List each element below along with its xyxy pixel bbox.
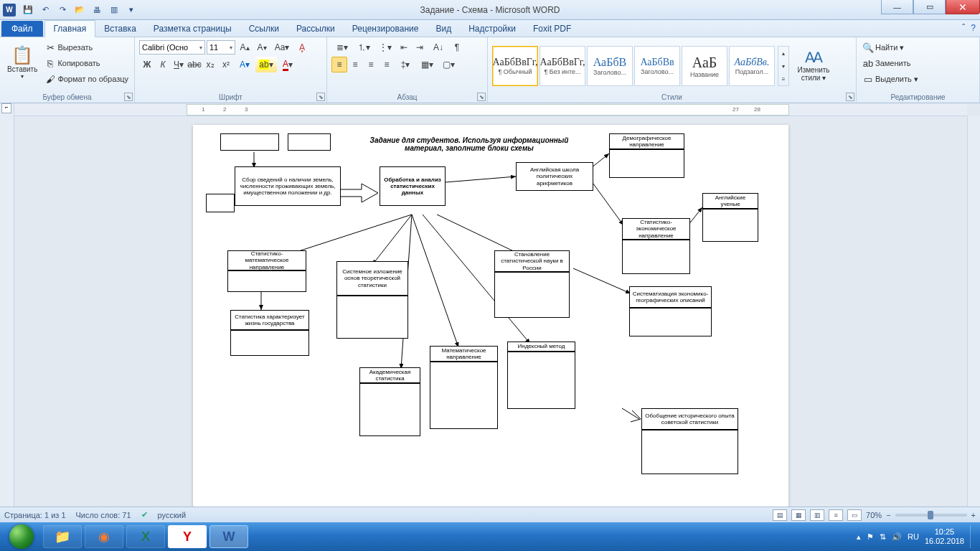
node-ang-school[interactable]: Английская школа политических арифметико…	[516, 162, 593, 191]
zoom-slider[interactable]	[895, 514, 967, 517]
replace-button[interactable]: abЗаменить	[861, 55, 920, 71]
find-button[interactable]: 🔍Найти ▾	[861, 39, 920, 55]
minimize-button[interactable]: —	[881, 0, 913, 14]
node-math-label[interactable]: Математическое направление	[430, 346, 498, 362]
node-empty-left[interactable]	[206, 194, 235, 212]
view-full-read[interactable]: ▦	[791, 509, 806, 521]
node-stat-econ-label[interactable]: Статистико-экономическое направление	[622, 218, 690, 240]
styles-more[interactable]: ≡	[778, 73, 788, 85]
start-button[interactable]	[4, 522, 39, 551]
qat-new-icon[interactable]: ▥	[106, 2, 122, 18]
zoom-out-icon[interactable]: −	[886, 511, 890, 519]
maximize-button[interactable]: ▭	[913, 0, 946, 14]
document-area[interactable]: Задание для студентов. Используя информа…	[14, 116, 967, 507]
node-sbor[interactable]: Сбор сведений о наличии земель, численно…	[235, 166, 341, 206]
node-demo-empty[interactable]	[609, 149, 684, 178]
bullets-icon[interactable]: ≣▾	[331, 39, 353, 55]
increase-indent-icon[interactable]: ⇥	[412, 39, 428, 55]
styles-row-up[interactable]: ▴	[778, 47, 788, 59]
qat-print-icon[interactable]: 🖶	[89, 2, 105, 18]
paragraph-dialog-launcher[interactable]: ⬊	[477, 93, 486, 101]
tray-volume-icon[interactable]: 🔊	[892, 532, 902, 542]
shading-icon[interactable]: ▦▾	[416, 57, 438, 72]
align-right-icon[interactable]: ≡	[363, 57, 379, 72]
task-explorer[interactable]: 📁	[43, 525, 82, 548]
sort-icon[interactable]: A↓	[428, 39, 449, 55]
strikethrough-icon[interactable]: abc	[187, 57, 202, 72]
line-spacing-icon[interactable]: ‡▾	[395, 57, 416, 72]
status-words[interactable]: Число слов: 71	[76, 511, 131, 519]
node-stat-math-empty[interactable]	[227, 270, 306, 292]
change-styles-button[interactable]: Ꜳ Изменить стили ▾	[792, 42, 835, 90]
clear-formatting-icon[interactable]: Ḁ	[294, 39, 310, 55]
node-empty-top-1[interactable]	[220, 133, 279, 151]
tab-insert[interactable]: Вставка	[95, 21, 145, 37]
format-painter-button[interactable]: 🖌Формат по образцу	[43, 71, 130, 87]
minimize-ribbon-icon[interactable]: ˆ	[962, 23, 965, 33]
node-syst-izl-empty[interactable]	[336, 296, 408, 339]
view-web[interactable]: ▥	[810, 509, 824, 521]
qat-open-icon[interactable]: 📂	[72, 2, 88, 18]
node-stanovl-label[interactable]: Становление статистической науки в Росси…	[494, 250, 570, 272]
node-index-label[interactable]: Индексный метод	[507, 342, 575, 352]
vertical-ruler[interactable]: ⌐	[0, 103, 14, 507]
node-stanovl-empty[interactable]	[494, 272, 570, 318]
copy-button[interactable]: ⎘Копировать	[43, 55, 130, 71]
task-word[interactable]: W	[209, 525, 248, 548]
font-name-combo[interactable]: Calibri (Осно▾	[139, 40, 205, 55]
node-syst-ekon-empty[interactable]	[629, 308, 712, 336]
tab-view[interactable]: Вид	[427, 21, 460, 37]
node-demo-label[interactable]: Демографическое направление	[609, 133, 684, 149]
tray-clock[interactable]: 10:25 16.02.2018	[925, 527, 964, 546]
numbering-icon[interactable]: ⒈▾	[353, 39, 374, 55]
node-stat-math-label[interactable]: Статистико-математическое направление	[227, 250, 306, 270]
tab-layout[interactable]: Разметка страницы	[145, 21, 240, 37]
node-empty-top-2[interactable]	[288, 133, 331, 151]
font-color-icon[interactable]: A▾	[277, 57, 298, 72]
tray-lang[interactable]: RU	[908, 532, 919, 541]
status-lang[interactable]: русский	[158, 511, 186, 519]
tab-foxit[interactable]: Foxit PDF	[524, 21, 580, 37]
tray-flag-icon[interactable]: ⚑	[867, 532, 874, 542]
font-size-combo[interactable]: 11▾	[207, 40, 235, 55]
node-ang-uch-label[interactable]: Английские ученые	[702, 193, 758, 209]
style-title[interactable]: АаБНазвание	[682, 46, 727, 86]
align-center-icon[interactable]: ≡	[347, 57, 363, 72]
style-heading2[interactable]: АаБбВвЗаголово...	[634, 46, 680, 86]
help-icon[interactable]: ?	[971, 23, 976, 33]
align-left-icon[interactable]: ≡	[331, 57, 347, 72]
node-ang-uch-empty[interactable]	[702, 209, 758, 242]
style-subtitle[interactable]: АаБбВв.Подзагол...	[729, 46, 775, 86]
font-dialog-launcher[interactable]: ⬊	[316, 93, 325, 101]
vertical-scrollbar[interactable]	[967, 116, 980, 507]
tab-addins[interactable]: Надстройки	[460, 21, 524, 37]
task-excel[interactable]: X	[126, 525, 165, 548]
style-no-spacing[interactable]: АаБбВвГг,¶ Без инте...	[540, 46, 585, 86]
proofing-icon[interactable]: ✔	[141, 510, 148, 519]
view-print-layout[interactable]: ▤	[773, 509, 787, 521]
node-index-empty[interactable]	[507, 352, 575, 409]
tab-mailings[interactable]: Рассылки	[288, 21, 344, 37]
style-heading1[interactable]: АаБбВЗаголово...	[587, 46, 633, 86]
tray-show-hidden-icon[interactable]: ▴	[857, 532, 861, 542]
decrease-indent-icon[interactable]: ⇤	[396, 39, 412, 55]
tray-network-icon[interactable]: ⇅	[880, 532, 886, 542]
clipboard-dialog-launcher[interactable]: ⬊	[124, 93, 133, 101]
node-obob-label[interactable]: Обобщение исторического опыта советской …	[641, 408, 738, 430]
subscript-icon[interactable]: x₂	[202, 57, 218, 72]
styles-row-down[interactable]: ▾	[778, 60, 788, 72]
file-tab[interactable]: Файл	[1, 21, 43, 37]
multilevel-icon[interactable]: ⋮▾	[374, 39, 396, 55]
view-outline[interactable]: ≡	[829, 509, 843, 521]
task-app-orange[interactable]: ◉	[85, 525, 123, 548]
node-stat-har-label[interactable]: Статистика характеризует жизнь государст…	[230, 310, 309, 330]
task-yandex[interactable]: Y	[168, 525, 207, 548]
text-effects-icon[interactable]: A▾	[234, 57, 255, 72]
shrink-font-icon[interactable]: A▾	[254, 39, 270, 55]
node-obob-empty[interactable]	[641, 430, 738, 474]
grow-font-icon[interactable]: A▴	[237, 39, 253, 55]
style-normal[interactable]: АаБбВвГг,¶ Обычный	[492, 46, 538, 86]
select-button[interactable]: ▭Выделить ▾	[861, 71, 920, 87]
node-syst-izl-label[interactable]: Системное изложение основ теоретической …	[336, 261, 408, 296]
node-acad-label[interactable]: Академическая статистика	[359, 367, 420, 383]
